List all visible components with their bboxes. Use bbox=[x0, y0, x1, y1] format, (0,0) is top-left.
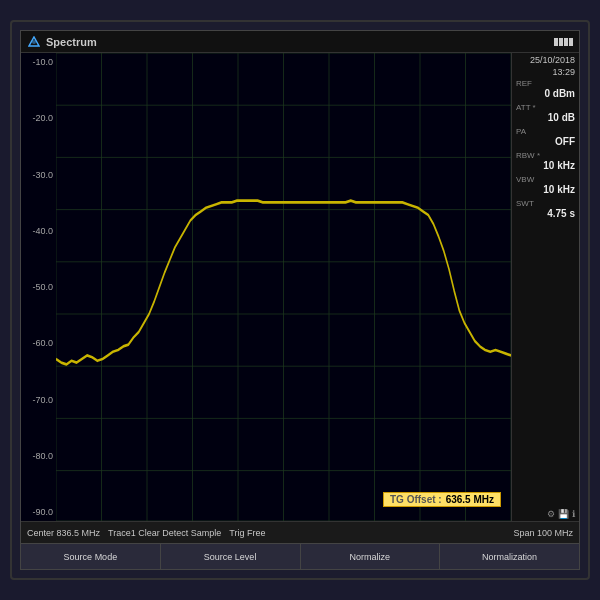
vbw-group: VBW 10 kHz bbox=[516, 175, 575, 195]
spectrum-icon bbox=[27, 35, 41, 49]
att-group: ATT * 10 dB bbox=[516, 103, 575, 123]
tg-offset-box: TG Offset : 636.5 MHz bbox=[383, 492, 501, 507]
status-center: Center 836.5 MHz bbox=[27, 528, 100, 538]
ref-group: REF 0 dBm bbox=[516, 79, 575, 99]
swt-label: SWT bbox=[516, 199, 575, 208]
bottom-buttons-row: Source Mode Source Level Normalize Norma… bbox=[21, 543, 579, 569]
screen-area: Spectrum -10.0 bbox=[20, 30, 580, 570]
y-label-9: -90.0 bbox=[21, 507, 53, 517]
y-label-6: -60.0 bbox=[21, 338, 53, 348]
display-date: 25/10/2018 bbox=[516, 55, 575, 65]
y-label-7: -70.0 bbox=[21, 395, 53, 405]
title-right bbox=[554, 38, 573, 46]
pa-label: PA bbox=[516, 127, 575, 136]
rbw-value: 10 kHz bbox=[516, 160, 575, 171]
vbw-label: VBW bbox=[516, 175, 575, 184]
swt-group: SWT 4.75 s bbox=[516, 199, 575, 219]
pa-group: PA OFF bbox=[516, 127, 575, 147]
tg-offset-label: TG Offset : bbox=[390, 494, 442, 505]
y-label-2: -20.0 bbox=[21, 113, 53, 123]
svg-point-1 bbox=[32, 40, 36, 44]
pa-value: OFF bbox=[516, 136, 575, 147]
right-bottom-icons: ⚙ 💾 ℹ bbox=[516, 509, 575, 519]
screen-title: Spectrum bbox=[46, 36, 97, 48]
y-label-1: -10.0 bbox=[21, 57, 53, 67]
chart-grid: TG Offset : 636.5 MHz bbox=[56, 53, 511, 521]
instrument-body: Spectrum -10.0 bbox=[10, 20, 590, 580]
main-display: Spectrum -10.0 bbox=[21, 31, 579, 569]
normalization-button[interactable]: Normalization bbox=[440, 544, 579, 569]
tg-offset-value: 636.5 MHz bbox=[446, 494, 494, 505]
title-bar: Spectrum bbox=[21, 31, 579, 53]
ref-value: 0 dBm bbox=[516, 88, 575, 99]
ref-label: REF bbox=[516, 79, 575, 88]
source-mode-button[interactable]: Source Mode bbox=[21, 544, 161, 569]
settings-icon: ⚙ bbox=[547, 509, 555, 519]
y-label-3: -30.0 bbox=[21, 170, 53, 180]
status-trig: Trig Free bbox=[229, 528, 265, 538]
battery-icon bbox=[554, 38, 573, 46]
y-axis-labels: -10.0 -20.0 -30.0 -40.0 -50.0 -60.0 -70.… bbox=[21, 53, 56, 521]
status-bar: Center 836.5 MHz Trace1 Clear Detect Sam… bbox=[21, 521, 579, 543]
normalize-button[interactable]: Normalize bbox=[301, 544, 441, 569]
vbw-value: 10 kHz bbox=[516, 184, 575, 195]
swt-value: 4.75 s bbox=[516, 208, 575, 219]
chart-svg bbox=[56, 53, 511, 521]
y-label-8: -80.0 bbox=[21, 451, 53, 461]
chart-area: -10.0 -20.0 -30.0 -40.0 -50.0 -60.0 -70.… bbox=[21, 53, 511, 521]
source-level-button[interactable]: Source Level bbox=[161, 544, 301, 569]
display-time: 13:29 bbox=[516, 67, 575, 77]
status-span: Span 100 MHz bbox=[513, 528, 573, 538]
y-label-5: -50.0 bbox=[21, 282, 53, 292]
save-icon: 💾 bbox=[558, 509, 569, 519]
att-label: ATT * bbox=[516, 103, 575, 112]
rbw-label: RBW * bbox=[516, 151, 575, 160]
right-panel: 25/10/2018 13:29 REF 0 dBm ATT * 10 dB P… bbox=[511, 53, 579, 521]
y-label-4: -40.0 bbox=[21, 226, 53, 236]
status-trace: Trace1 Clear Detect Sample bbox=[108, 528, 221, 538]
info-icon: ℹ bbox=[572, 509, 575, 519]
rbw-group: RBW * 10 kHz bbox=[516, 151, 575, 171]
att-value: 10 dB bbox=[516, 112, 575, 123]
